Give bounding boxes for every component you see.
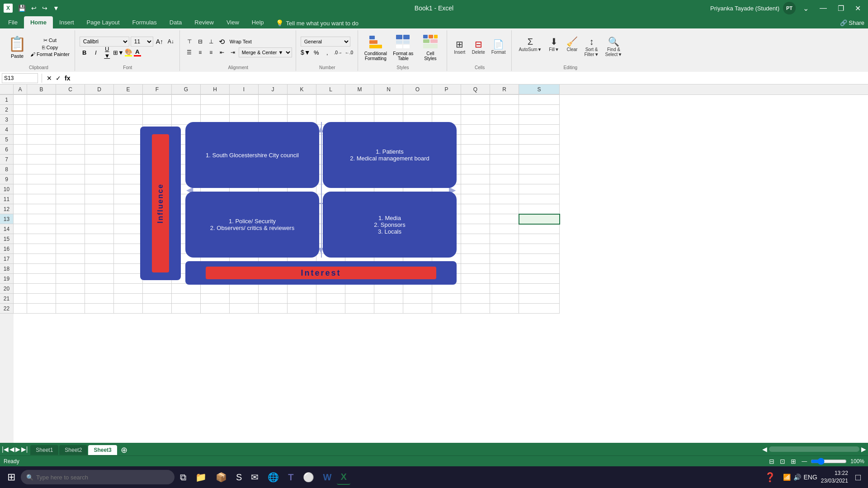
cell-A4[interactable] — [14, 125, 27, 135]
cell-B17[interactable] — [27, 254, 56, 264]
cell-N22[interactable] — [374, 304, 403, 314]
undo-button[interactable]: ↩ — [29, 4, 38, 13]
cell-E11[interactable] — [114, 194, 143, 204]
cell-S21[interactable] — [519, 294, 560, 304]
italic-button[interactable]: I — [91, 47, 101, 57]
cell-A3[interactable] — [14, 115, 27, 125]
cell-S3[interactable] — [519, 115, 560, 125]
page-break-view-button[interactable]: ⊞ — [789, 457, 798, 466]
cell-S16[interactable] — [519, 244, 560, 254]
start-button[interactable]: ⊞ — [4, 469, 19, 485]
cell-Q8[interactable] — [461, 164, 490, 174]
row-header-21[interactable]: 21 — [0, 294, 14, 304]
cell-Q12[interactable] — [461, 204, 490, 214]
cell-R19[interactable] — [490, 274, 519, 284]
select-all-button[interactable] — [0, 84, 14, 94]
cell-C15[interactable] — [56, 234, 85, 244]
excel-taskbar-button[interactable]: X — [337, 470, 350, 485]
zoom-slider[interactable] — [811, 458, 847, 465]
cell-A5[interactable] — [14, 135, 27, 145]
file-explorer-button[interactable]: 📁 — [192, 470, 210, 484]
cell-R22[interactable] — [490, 304, 519, 314]
name-box[interactable] — [2, 73, 38, 83]
cell-Q2[interactable] — [461, 105, 490, 115]
row-header-3[interactable]: 3 — [0, 115, 14, 125]
cell-E16[interactable] — [114, 244, 143, 254]
paste-button[interactable]: 📋 Paste — [6, 33, 28, 61]
cell-E14[interactable] — [114, 224, 143, 234]
cell-Q19[interactable] — [461, 274, 490, 284]
align-center-button[interactable]: ≡ — [195, 47, 205, 57]
cell-A19[interactable] — [14, 274, 27, 284]
cell-E6[interactable] — [114, 145, 143, 155]
edge-button[interactable]: 🌐 — [264, 470, 283, 484]
cell-B2[interactable] — [27, 105, 56, 115]
cell-I22[interactable] — [230, 304, 259, 314]
ribbon-display-options-button[interactable]: ⌄ — [799, 3, 812, 14]
conditional-formatting-button[interactable]: ConditionalFormatting — [363, 31, 389, 63]
restore-button[interactable]: ❐ — [834, 3, 848, 14]
cell-E18[interactable] — [114, 264, 143, 274]
cell-E12[interactable] — [114, 204, 143, 214]
cell-A2[interactable] — [14, 105, 27, 115]
cell-E9[interactable] — [114, 174, 143, 184]
confirm-formula-button[interactable]: ✓ — [55, 74, 62, 83]
cell-B12[interactable] — [27, 204, 56, 214]
cell-S8[interactable] — [519, 164, 560, 174]
cell-O1[interactable] — [403, 95, 432, 105]
row-header-14[interactable]: 14 — [0, 224, 14, 234]
cell-B22[interactable] — [27, 304, 56, 314]
cell-Q13[interactable] — [461, 214, 490, 224]
share-button[interactable]: 🔗 Share — [840, 19, 864, 26]
cell-R12[interactable] — [490, 204, 519, 214]
cell-E19[interactable] — [114, 274, 143, 284]
cell-E2[interactable] — [114, 105, 143, 115]
row-header-22[interactable]: 22 — [0, 304, 14, 314]
cell-S6[interactable] — [519, 145, 560, 155]
cell-G2[interactable] — [172, 105, 201, 115]
cancel-formula-button[interactable]: ✕ — [46, 74, 53, 83]
wrap-text-button[interactable]: Wrap Text — [228, 37, 254, 47]
align-top-button[interactable]: ⊤ — [184, 37, 194, 47]
cell-N2[interactable] — [374, 105, 403, 115]
cell-D12[interactable] — [85, 204, 114, 214]
insert-button[interactable]: ⊞ Insert — [452, 38, 468, 56]
cell-E15[interactable] — [114, 234, 143, 244]
cell-K22[interactable] — [288, 304, 316, 314]
cell-Q16[interactable] — [461, 244, 490, 254]
cell-H2[interactable] — [201, 105, 230, 115]
cell-I20[interactable] — [230, 284, 259, 294]
cell-S7[interactable] — [519, 155, 560, 164]
cell-J1[interactable] — [259, 95, 288, 105]
cell-R21[interactable] — [490, 294, 519, 304]
cell-R18[interactable] — [490, 264, 519, 274]
currency-button[interactable]: $▼ — [301, 47, 311, 57]
cell-E17[interactable] — [114, 254, 143, 264]
cell-styles-button[interactable]: CellStyles — [418, 31, 443, 63]
cell-C8[interactable] — [56, 164, 85, 174]
cell-A13[interactable] — [14, 214, 27, 224]
cell-A8[interactable] — [14, 164, 27, 174]
cell-B20[interactable] — [27, 284, 56, 294]
row-header-11[interactable]: 11 — [0, 194, 14, 204]
col-header-I[interactable]: I — [230, 84, 259, 94]
cell-A17[interactable] — [14, 254, 27, 264]
cell-R6[interactable] — [490, 145, 519, 155]
cell-H20[interactable] — [201, 284, 230, 294]
volume-icon[interactable]: 🔊 — [793, 474, 801, 481]
row-header-16[interactable]: 16 — [0, 244, 14, 254]
cell-L20[interactable] — [316, 284, 345, 294]
cell-H1[interactable] — [201, 95, 230, 105]
first-sheet-button[interactable]: |◀ — [2, 446, 9, 453]
teams-button[interactable]: T — [284, 470, 297, 484]
normal-view-button[interactable]: ⊟ — [767, 457, 776, 466]
cell-R10[interactable] — [490, 184, 519, 194]
cell-D18[interactable] — [85, 264, 114, 274]
cut-button[interactable]: ✂ Cut — [29, 37, 71, 44]
row-header-13[interactable]: 13 — [0, 214, 14, 224]
col-header-G[interactable]: G — [172, 84, 201, 94]
cell-D4[interactable] — [85, 125, 114, 135]
col-header-F[interactable]: F — [143, 84, 172, 94]
cell-D8[interactable] — [85, 164, 114, 174]
row-header-8[interactable]: 8 — [0, 164, 14, 174]
